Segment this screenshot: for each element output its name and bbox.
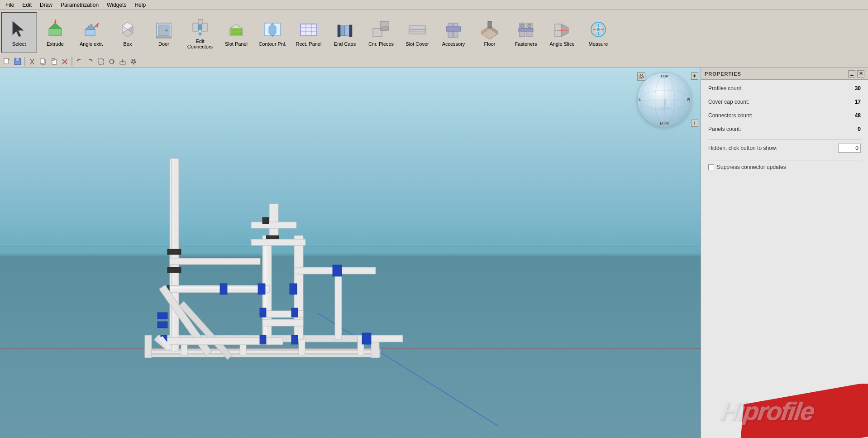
tool-box-label: Box xyxy=(124,41,132,47)
tb2-paste[interactable] xyxy=(49,57,59,67)
tb2-cut[interactable] xyxy=(27,57,37,67)
menu-edit[interactable]: Edit xyxy=(19,1,35,9)
tool-contour-pnl[interactable]: Contour Pnl. xyxy=(254,12,291,53)
menu-file[interactable]: File xyxy=(2,1,18,9)
svg-point-21 xyxy=(199,33,201,35)
svg-rect-123 xyxy=(172,159,172,351)
svg-rect-168 xyxy=(664,99,666,106)
svg-rect-131 xyxy=(170,287,269,289)
svg-rect-137 xyxy=(157,313,167,319)
suppress-connector-checkbox[interactable] xyxy=(708,164,714,170)
svg-point-170 xyxy=(639,74,644,79)
svg-point-53 xyxy=(520,24,524,28)
prop-label-panels: Panels count: xyxy=(708,126,741,132)
tb2-new[interactable] xyxy=(2,57,12,67)
tb2-export[interactable] xyxy=(118,57,128,67)
nav-zoom-in[interactable]: + xyxy=(691,72,698,80)
prop-label-hidden: Hidden, click button to show: xyxy=(708,145,777,151)
tool-door[interactable]: Door xyxy=(146,12,182,53)
tb2-copy[interactable] xyxy=(38,57,48,67)
prop-label-profiles: Profiles count: xyxy=(708,85,743,91)
rect-panel-icon xyxy=(298,19,320,40)
select-icon xyxy=(8,19,30,40)
tool-floor-label: Floor xyxy=(484,41,495,47)
tool-extrude[interactable]: Extrude xyxy=(37,12,73,53)
prop-row-profiles: Profiles count: 30 xyxy=(708,85,861,91)
menu-draw[interactable]: Draw xyxy=(36,1,56,9)
tool-floor[interactable]: Floor xyxy=(472,12,508,53)
prop-row-panels: Panels count: 0 xyxy=(708,126,861,132)
svg-rect-5 xyxy=(85,29,95,36)
tb2-loop[interactable] xyxy=(107,57,117,67)
tool-fasteners-label: Fasteners xyxy=(515,41,537,47)
svg-line-106 xyxy=(543,249,561,430)
tool-end-caps[interactable]: End Caps xyxy=(327,12,363,53)
box-icon xyxy=(117,19,138,40)
tool-slot-cover[interactable]: Slot Cover xyxy=(399,12,435,53)
tool-accessory-label: Accessory xyxy=(442,41,465,47)
tool-cnr-pieces[interactable]: Cnr. Pieces xyxy=(363,12,399,53)
angle-extr-icon xyxy=(81,19,102,40)
tb2-delete[interactable] xyxy=(60,57,70,67)
nav-settings-btn[interactable] xyxy=(637,72,645,81)
tool-accessory[interactable]: Accessory xyxy=(435,12,472,53)
svg-rect-115 xyxy=(145,335,152,358)
prop-label-cover-cap: Cover cap count: xyxy=(708,99,749,105)
svg-rect-55 xyxy=(519,29,533,31)
3d-viewport[interactable]: TOP BTM L R xyxy=(0,68,701,438)
svg-rect-46 xyxy=(446,27,461,31)
3d-model[interactable] xyxy=(91,131,453,412)
svg-rect-119 xyxy=(299,338,305,355)
navigation-cube[interactable]: TOP BTM L R xyxy=(637,72,696,131)
svg-point-54 xyxy=(528,24,531,28)
prop-checkbox-row: Suppress connector updates xyxy=(708,164,861,170)
svg-line-107 xyxy=(588,249,620,430)
svg-rect-145 xyxy=(260,335,266,344)
tool-slot-panel[interactable]: Slot Panel xyxy=(218,12,254,53)
menu-help[interactable]: Help xyxy=(131,1,149,9)
svg-rect-74 xyxy=(40,59,44,63)
svg-point-87 xyxy=(132,60,135,63)
prop-row-hidden: Hidden, click button to show: xyxy=(708,144,861,153)
svg-point-16 xyxy=(166,29,168,31)
svg-rect-113 xyxy=(145,353,380,355)
logo-area: Hiprofile xyxy=(701,384,868,438)
tool-angle-extr[interactable]: Angle extr. xyxy=(73,12,110,53)
svg-rect-19 xyxy=(202,23,207,31)
tool-measure-label: Measure xyxy=(589,41,608,47)
nav-sphere[interactable]: TOP BTM L R xyxy=(637,72,692,127)
tb2-undo[interactable] xyxy=(74,57,84,67)
svg-rect-112 xyxy=(145,349,380,351)
svg-rect-66 xyxy=(4,58,8,64)
properties-close-btn[interactable]: ✕ xyxy=(857,70,864,77)
secondary-toolbar xyxy=(0,55,868,68)
nav-zoom-out[interactable]: + xyxy=(691,120,698,127)
tool-angle-slice[interactable]: Angle Slice xyxy=(544,12,580,53)
tool-cnr-pieces-label: Cnr. Pieces xyxy=(368,41,394,47)
main-area: TOP BTM L R xyxy=(0,68,868,438)
tb2-save[interactable] xyxy=(13,57,23,67)
measure-icon xyxy=(587,19,609,40)
tool-edit-connectors[interactable]: Edit Connectors xyxy=(182,12,218,53)
floor-icon xyxy=(479,19,501,40)
properties-pin-btn[interactable]: 🗕 xyxy=(848,70,855,77)
tb2-redo[interactable] xyxy=(85,57,95,67)
properties-title: PROPERTIES xyxy=(705,71,741,77)
tb2-select-all[interactable] xyxy=(96,57,106,67)
tool-fasteners[interactable]: Fasteners xyxy=(508,12,544,53)
svg-rect-35 xyxy=(338,25,340,37)
svg-rect-144 xyxy=(291,308,298,317)
logo-text: Hiprofile xyxy=(714,390,864,431)
tb2-gear[interactable] xyxy=(129,57,138,67)
prop-input-hidden[interactable] xyxy=(838,144,861,153)
svg-rect-126 xyxy=(167,249,181,255)
svg-line-96 xyxy=(59,249,91,430)
tool-measure[interactable]: Measure xyxy=(580,12,616,53)
tool-box[interactable]: Box xyxy=(110,12,146,53)
menu-widgets[interactable]: Widgets xyxy=(103,1,130,9)
svg-rect-154 xyxy=(335,267,342,340)
tool-rect-panel[interactable]: Rect. Panel xyxy=(291,12,327,53)
menu-parametrization[interactable]: Parametrization xyxy=(57,1,102,9)
svg-rect-125 xyxy=(167,267,181,273)
tool-select[interactable]: Select xyxy=(1,12,37,53)
